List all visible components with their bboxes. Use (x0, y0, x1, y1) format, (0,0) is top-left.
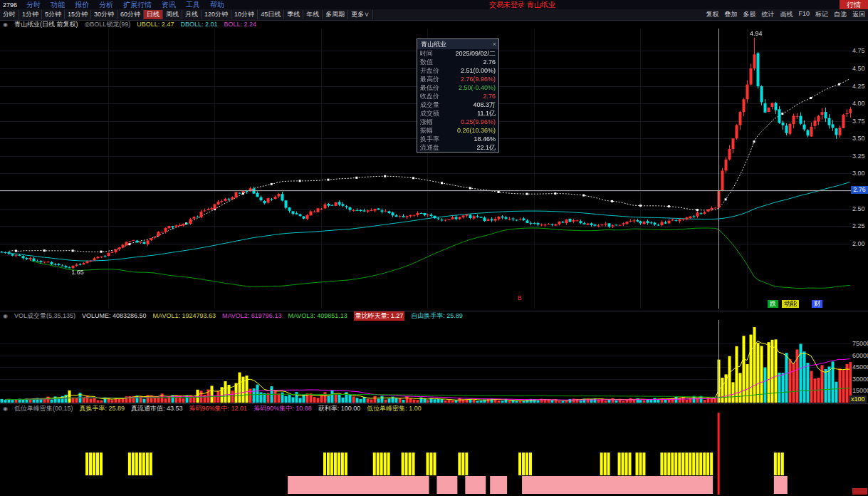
chip-indicator-chart[interactable] (0, 413, 852, 495)
volume-header-segment-1: VOLUME: 4083286.50 (82, 312, 147, 319)
volume-header-segment-6: 自由换手率: 25.89 (411, 311, 463, 321)
popup-row-2: 开盘价2.51(0.00%) (417, 66, 498, 75)
popup-row-label: 换手率 (420, 135, 439, 143)
popup-row-label: 最高价 (420, 75, 439, 83)
main-header-segment-0: 青山纸业(日线 前复权) (14, 20, 78, 29)
popup-row-value: 2.50(-0.40%) (459, 83, 496, 92)
toolbar-button-0[interactable]: 复权 (703, 9, 721, 20)
price-axis-label: 4.75 (852, 47, 868, 54)
period-tab-4[interactable]: 30分钟 (91, 10, 117, 19)
period-tab-11[interactable]: 45日线 (258, 10, 284, 19)
toolbar-button-1[interactable]: 叠加 (721, 9, 740, 20)
volume-header-icon: ◉ (3, 313, 8, 319)
menu-item-7[interactable]: 帮助 (205, 0, 229, 9)
toolbar-button-2[interactable]: 多股 (740, 9, 758, 20)
popup-row-value: 2.76 (483, 92, 496, 100)
popup-row-1: 数值2.76 (417, 58, 498, 66)
signal-tag-2: 财 (812, 300, 822, 308)
main-header-icon: ◉ (3, 21, 8, 28)
price-axis-label: 3.25 (852, 153, 868, 160)
stock-code-box[interactable]: 2796 (0, 1, 21, 9)
volume-axis-label: 45000 (852, 363, 868, 371)
popup-title-text: 青山纸业 (421, 41, 446, 48)
period-tab-14[interactable]: 多周期 (323, 10, 348, 19)
period-tab-5[interactable]: 60分钟 (117, 10, 144, 19)
volume-header: ◉VOL成交量(5,35,135)VOLUME: 4083286.50MAVOL… (0, 311, 868, 320)
popup-row-label: 成交额 (420, 109, 439, 118)
price-axis-label: 4.00 (852, 100, 868, 107)
menu-item-6[interactable]: 工具 (181, 0, 205, 9)
period-tab-10[interactable]: 10分钟 (231, 10, 258, 19)
volume-chart[interactable] (0, 320, 852, 403)
period-tab-12[interactable]: 季线 (284, 10, 303, 19)
popup-row-value: 0.25(9.96%) (461, 118, 496, 126)
period-tab-8[interactable]: 月线 (182, 10, 202, 19)
popup-row-label: 成交量 (420, 100, 439, 109)
quote-panel-button[interactable]: 行情 (840, 0, 868, 9)
volume-header-segment-2: MAVOL1: 1924793.63 (153, 312, 216, 319)
volume-axis-label: 30000 (852, 376, 868, 383)
toolbar-button-4[interactable]: 画线 (777, 9, 795, 20)
toolbar-button-3[interactable]: 统计 (758, 9, 777, 20)
popup-row-value: 22.1亿 (476, 143, 496, 152)
menubar: 2796 分时功能报价分析扩展行情资讯工具帮助 交易未登录 青山纸业 行情 (0, 0, 868, 9)
popup-row-label: 开盘价 (420, 66, 439, 75)
login-status: 交易未登录 青山纸业 (489, 0, 555, 10)
period-tab-1[interactable]: 1分钟 (19, 10, 42, 19)
popup-row-label: 数值 (420, 58, 433, 66)
price-axis-label: 2.00 (852, 240, 868, 247)
period-tab-6[interactable]: 日线 (144, 10, 163, 19)
popup-row-label: 振幅 (420, 126, 433, 135)
popup-row-label: 收盘价 (420, 92, 439, 100)
stock-info-popup[interactable]: 青山纸业 × 时间2025/09/02/二数值2.76开盘价2.51(0.00%… (417, 38, 499, 153)
period-tab-15[interactable]: 更多∨ (348, 10, 373, 19)
period-tab-3[interactable]: 15分钟 (65, 10, 91, 19)
price-axis-label: 4.50 (852, 65, 868, 72)
toolbar-button-7[interactable]: 自选 (831, 9, 849, 20)
price-axis-label: 2.25 (852, 222, 868, 229)
popup-row-3: 最高价2.76(9.96%) (417, 75, 498, 83)
volume-axis-label: 75000 (852, 340, 868, 347)
period-tab-9[interactable]: 120分钟 (202, 10, 231, 19)
popup-row-9: 振幅0.26(10.36%) (417, 126, 498, 135)
popup-row-label: 时间 (420, 49, 433, 58)
popup-row-value: 0.26(10.36%) (457, 126, 496, 135)
popup-row-value: 2.76 (483, 58, 496, 66)
menu-item-4[interactable]: 扩展行情 (118, 0, 157, 9)
signal-tag-1: 动能 (782, 300, 799, 308)
indicator-header-segment-3: 筹码96%集中: 12.01 (189, 404, 248, 413)
price-axis-label: 3.75 (852, 118, 868, 125)
main-header-segment-1: ◎BOLL锁龙(99) (84, 20, 130, 29)
period-tab-0[interactable]: 分时 (0, 10, 19, 19)
popup-row-value: 408.3万 (473, 100, 496, 109)
menu-item-2[interactable]: 报价 (70, 0, 94, 9)
main-header-segment-4: BOLL: 2.24 (224, 21, 256, 28)
popup-row-label: 流通盘 (420, 143, 439, 152)
volume-header-segment-5: 量比昨天量: 1.27 (354, 311, 405, 321)
menu-item-5[interactable]: 资讯 (157, 0, 181, 9)
menu-item-3[interactable]: 分析 (94, 0, 118, 9)
menu-items: 分时功能报价分析扩展行情资讯工具帮助 (21, 0, 229, 9)
menu-item-0[interactable]: 分时 (21, 0, 46, 9)
popup-row-label: 涨幅 (420, 118, 433, 126)
main-chart-header: ◉青山纸业(日线 前复权)◎BOLL锁龙(99)UBOLL: 2.47DBOLL… (0, 20, 868, 29)
main-header-segment-3: DBOLL: 2.01 (180, 21, 217, 28)
signal-tag-0: 跌 (768, 300, 778, 308)
popup-row-value: 18.46% (474, 135, 496, 143)
close-icon[interactable]: × (493, 39, 496, 49)
toolbar-right-buttons: 复权叠加多股统计画线F10标记自选返回 (703, 9, 868, 20)
toolbar-button-5[interactable]: F10 (795, 9, 812, 20)
period-tab-13[interactable]: 年线 (303, 10, 323, 19)
indicator-header-segment-1: 真换手率: 25.89 (80, 404, 125, 413)
toolbar-button-8[interactable]: 返回 (849, 9, 868, 20)
popup-title: 青山纸业 × (417, 39, 498, 49)
toolbar-button-6[interactable]: 标记 (812, 9, 831, 20)
period-tab-7[interactable]: 周线 (163, 10, 182, 19)
period-tab-2[interactable]: 5分钟 (42, 10, 65, 19)
menu-item-1[interactable]: 功能 (46, 0, 70, 9)
popup-row-4: 最低价2.50(-0.40%) (417, 83, 498, 92)
popup-row-value: 2.76(9.96%) (461, 75, 496, 83)
volume-header-segment-3: MAVOL2: 619796.13 (222, 312, 281, 319)
popup-row-value: 11.1亿 (477, 109, 496, 118)
popup-row-8: 涨幅0.25(9.96%) (417, 118, 498, 126)
